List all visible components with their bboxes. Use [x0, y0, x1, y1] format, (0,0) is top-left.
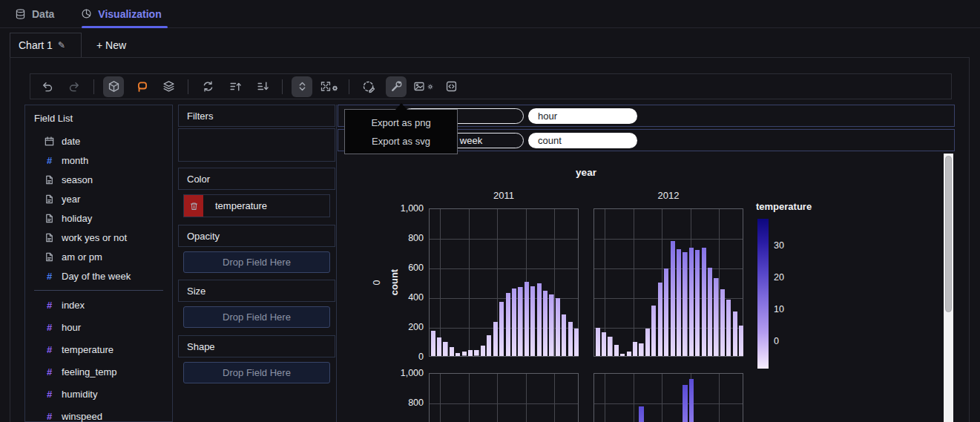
bar-hour-20[interactable] [720, 289, 725, 356]
bar-hour-17[interactable] [702, 248, 706, 356]
bar-hour-15[interactable] [689, 379, 694, 422]
tab-data[interactable]: Data [15, 8, 54, 20]
shape-drop-zone[interactable]: Drop Field Here [183, 362, 330, 383]
chart-tab[interactable]: Chart 1 ✎ [10, 33, 82, 57]
filters-drop-area[interactable] [178, 128, 335, 162]
bar-hour-16[interactable] [530, 286, 535, 356]
stack-mode-button[interactable] [158, 76, 179, 97]
painter-tool-button[interactable] [386, 76, 407, 97]
bar-hour-14[interactable] [683, 252, 687, 356]
bar-hour-17[interactable] [537, 283, 542, 356]
remove-color-field-button[interactable] [184, 195, 203, 217]
hash-icon: # [44, 344, 55, 355]
bar-hour-21[interactable] [726, 300, 731, 356]
bar-hour-0[interactable] [596, 328, 600, 356]
bar-hour-7[interactable] [639, 406, 643, 422]
chart-scrollbar-thumb[interactable] [945, 156, 952, 312]
bar-hour-9[interactable] [487, 335, 491, 356]
bar-hour-18[interactable] [708, 268, 712, 356]
field-item[interactable]: #winspeed [25, 405, 172, 422]
export-settings-gear-icon[interactable] [427, 82, 434, 91]
hash-icon: # [44, 366, 55, 378]
scale-settings-button[interactable] [319, 76, 340, 97]
annotate-button[interactable] [358, 76, 379, 97]
bar-hour-19[interactable] [549, 294, 553, 356]
bar-hour-4[interactable] [620, 354, 625, 356]
bar-hour-1[interactable] [602, 332, 606, 356]
export-image-button[interactable] [413, 76, 434, 97]
bar-hour-22[interactable] [568, 322, 573, 356]
bar-hour-6[interactable] [468, 350, 473, 356]
bar-hour-14[interactable] [518, 287, 522, 356]
bar-hour-21[interactable] [562, 314, 566, 356]
bar-hour-15[interactable] [524, 282, 529, 356]
menu-item-png[interactable]: Export as png [345, 113, 457, 132]
bar-hour-19[interactable] [714, 278, 718, 356]
bar-hour-6[interactable] [633, 342, 637, 356]
bar-hour-2[interactable] [608, 337, 612, 356]
bar-hour-10[interactable] [493, 322, 498, 356]
field-item[interactable]: am or pm [25, 247, 172, 266]
bar-hour-14[interactable] [683, 385, 687, 422]
field-item[interactable]: holiday [25, 208, 172, 228]
bar-hour-23[interactable] [574, 329, 579, 356]
rename-chart-icon[interactable]: ✎ [58, 40, 65, 50]
axis-resize-button[interactable] [292, 76, 312, 97]
bar-hour-2[interactable] [443, 342, 447, 356]
y-axis-tick-label: 800 [387, 398, 424, 408]
x-pill-hour[interactable]: hour [528, 108, 637, 124]
bar-hour-3[interactable] [450, 347, 454, 356]
field-item[interactable]: work yes or not [25, 228, 172, 247]
bar-hour-12[interactable] [671, 241, 675, 356]
bar-hour-10[interactable] [658, 283, 662, 356]
sort-ascending-button[interactable] [225, 76, 246, 97]
field-item[interactable]: date [25, 131, 172, 151]
bar-hour-4[interactable] [456, 353, 460, 356]
sort-descending-button[interactable] [252, 76, 273, 97]
bar-hour-7[interactable] [474, 350, 479, 356]
field-item[interactable]: #humidity [25, 383, 172, 405]
bar-hour-22[interactable] [733, 311, 737, 356]
bar-hour-18[interactable] [543, 291, 547, 356]
color-field-pill[interactable]: temperature [183, 194, 330, 217]
tab-visualization[interactable]: Visualization [81, 8, 161, 20]
bar-hour-8[interactable] [645, 329, 650, 356]
menu-item-svg[interactable]: Export as svg [345, 132, 457, 151]
bar-hour-1[interactable] [437, 337, 441, 356]
mark-type-button[interactable] [103, 76, 124, 97]
bar-hour-0[interactable] [431, 331, 435, 356]
export-code-button[interactable] [441, 76, 461, 97]
field-item[interactable]: #feeling_temp [25, 360, 172, 383]
bar-hour-9[interactable] [651, 306, 656, 356]
bar-hour-16[interactable] [695, 250, 700, 356]
field-item[interactable]: season [25, 170, 172, 189]
field-item[interactable]: #temperature [25, 338, 172, 360]
transpose-button[interactable] [197, 76, 218, 97]
field-item[interactable]: year [25, 189, 172, 208]
opacity-section-title: Opacity [178, 225, 335, 247]
redo-button[interactable] [64, 76, 85, 97]
bar-hour-13[interactable] [512, 289, 516, 356]
bar-hour-11[interactable] [499, 302, 504, 356]
bar-hour-8[interactable] [481, 346, 485, 356]
bar-hour-12[interactable] [506, 293, 510, 356]
field-item[interactable]: #Day of the week [25, 266, 172, 286]
field-item[interactable]: #month [25, 151, 172, 170]
size-drop-zone[interactable]: Drop Field Here [183, 306, 330, 328]
bar-hour-13[interactable] [677, 249, 681, 356]
new-chart-button[interactable]: + New [88, 33, 135, 57]
bar-hour-23[interactable] [739, 326, 743, 356]
opacity-drop-zone[interactable]: Drop Field Here [183, 251, 330, 273]
field-item[interactable]: #hour [25, 316, 172, 338]
field-item[interactable]: #index [25, 294, 172, 316]
aggregation-toggle-button[interactable] [131, 76, 151, 97]
bar-hour-5[interactable] [627, 352, 631, 356]
undo-button[interactable] [36, 76, 57, 97]
bar-hour-7[interactable] [639, 343, 643, 356]
bar-hour-15[interactable] [689, 248, 694, 356]
bar-hour-20[interactable] [556, 298, 560, 356]
bar-hour-5[interactable] [462, 352, 467, 356]
y-pill-count[interactable]: count [528, 133, 637, 148]
bar-hour-3[interactable] [614, 345, 619, 356]
bar-hour-11[interactable] [664, 268, 668, 356]
